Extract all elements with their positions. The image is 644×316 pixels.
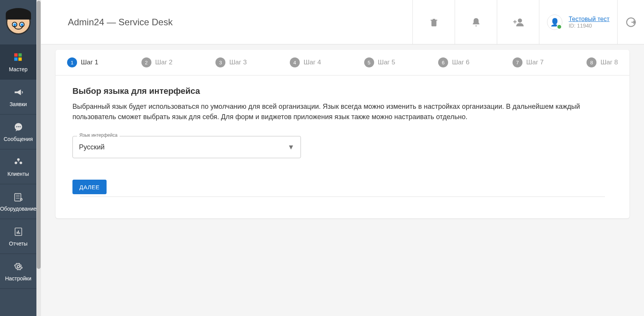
step-number: 2 [141, 57, 151, 67]
step-label: Шаг 4 [304, 59, 321, 66]
reports-icon [13, 226, 24, 237]
sidebar-item-messages[interactable]: Сообщения [0, 115, 36, 149]
chat-icon [13, 121, 24, 133]
svg-rect-1 [18, 53, 22, 57]
step-3[interactable]: 3 Шаг 3 [215, 57, 246, 67]
sidebar-item-label: Настройки [5, 275, 31, 282]
step-label: Шаг 5 [378, 59, 395, 66]
scrollbar[interactable] [36, 0, 41, 316]
select-value: Русский [79, 143, 105, 151]
section-title: Выбор языка для интерфейса [72, 86, 613, 96]
sidebar-avatar[interactable] [0, 0, 36, 45]
step-1[interactable]: 1 Шаг 1 [67, 57, 98, 67]
add-user-button[interactable] [497, 0, 539, 44]
step-label: Шаг 6 [452, 59, 469, 66]
sidebar-item-label: Оборудование [0, 206, 36, 212]
svg-rect-3 [18, 57, 22, 61]
user-name[interactable]: Тестовый тест [568, 16, 610, 23]
add-user-icon [511, 17, 525, 27]
step-label: Шаг 3 [229, 59, 246, 66]
svg-point-5 [16, 126, 17, 128]
scrollbar-thumb[interactable] [37, 1, 41, 269]
sidebar-item-tickets[interactable]: Заявки [0, 80, 36, 115]
sidebar: Мастер Заявки Сообщения Клиенты Оборудов… [0, 0, 36, 316]
sidebar-item-clients[interactable]: Клиенты [0, 149, 36, 184]
sidebar-item-wizard[interactable]: Мастер [0, 45, 36, 80]
user-info: Тестовый тест ID: 11940 [568, 16, 610, 29]
avatar-icon [6, 10, 31, 34]
clients-icon [13, 156, 24, 168]
megaphone-icon [13, 87, 24, 98]
card-body: Выбор языка для интерфейса Выбранный язы… [56, 75, 629, 218]
svg-rect-0 [14, 53, 18, 57]
step-4[interactable]: 4 Шаг 4 [290, 57, 321, 67]
step-number: 5 [364, 57, 374, 67]
step-label: Шаг 8 [600, 59, 618, 66]
step-label: Шаг 2 [155, 59, 172, 66]
main-area: Admin24 — Service Desk 👤 Тестовый тест I… [36, 0, 644, 316]
page-title: Admin24 — Service Desk [68, 17, 412, 28]
section-description: Выбранный язык будет использоваться по у… [72, 102, 613, 122]
svg-point-7 [19, 126, 20, 128]
logout-button[interactable] [617, 0, 644, 44]
step-6[interactable]: 6 Шаг 6 [438, 57, 469, 67]
step-7[interactable]: 7 Шаг 7 [513, 57, 544, 67]
step-label: Шаг 1 [81, 59, 98, 66]
sidebar-item-equipment[interactable]: Оборудование [0, 184, 36, 219]
sidebar-item-label: Сообщения [4, 136, 33, 142]
svg-rect-18 [18, 231, 18, 234]
chevron-down-icon: ▼ [288, 143, 294, 151]
step-2[interactable]: 2 Шаг 2 [141, 57, 172, 67]
header-actions: 👤 Тестовый тест ID: 11940 [412, 0, 644, 44]
trash-icon [429, 17, 439, 27]
trash-button[interactable] [412, 0, 455, 44]
equipment-icon [13, 191, 24, 203]
svg-point-9 [15, 162, 17, 164]
step-number: 1 [67, 57, 77, 67]
header-user[interactable]: 👤 Тестовый тест ID: 11940 [539, 0, 617, 44]
svg-rect-2 [14, 57, 18, 61]
svg-rect-19 [19, 232, 20, 234]
step-label: Шаг 7 [526, 59, 544, 66]
step-8[interactable]: 8 Шаг 8 [586, 57, 618, 67]
step-number: 4 [290, 57, 300, 67]
sidebar-item-settings[interactable]: Настройки [0, 254, 36, 289]
svg-rect-17 [16, 232, 17, 234]
next-button[interactable]: ДАЛЕЕ [72, 180, 107, 194]
sidebar-item-reports[interactable]: Отчеты [0, 219, 36, 254]
card-footer [80, 196, 605, 203]
header: Admin24 — Service Desk 👤 Тестовый тест I… [41, 0, 644, 44]
svg-point-15 [20, 198, 23, 201]
svg-rect-11 [15, 193, 21, 201]
svg-point-8 [17, 158, 20, 161]
user-avatar: 👤 [547, 15, 562, 30]
logout-icon [625, 16, 637, 28]
gear-icon [13, 261, 24, 272]
step-5[interactable]: 5 Шаг 5 [364, 57, 395, 67]
language-select[interactable]: Русский ▼ [72, 136, 301, 158]
step-number: 6 [438, 57, 448, 67]
sidebar-item-label: Отчеты [9, 241, 27, 247]
wizard-icon [13, 52, 24, 63]
step-number: 7 [513, 57, 522, 67]
bell-icon [471, 17, 481, 27]
step-number: 3 [215, 57, 225, 67]
notifications-button[interactable] [455, 0, 497, 44]
sidebar-item-label: Мастер [9, 66, 27, 72]
svg-point-6 [18, 126, 19, 128]
sidebar-item-label: Заявки [10, 101, 27, 107]
content: 1 Шаг 1 2 Шаг 2 3 Шаг 3 4 Шаг 4 5 Шаг [41, 44, 644, 224]
step-number: 8 [586, 57, 596, 67]
user-id: ID: 11940 [568, 23, 610, 29]
svg-point-10 [20, 162, 22, 164]
svg-point-20 [518, 18, 522, 23]
stepper: 1 Шаг 1 2 Шаг 2 3 Шаг 3 4 Шаг 4 5 Шаг [56, 50, 629, 75]
sidebar-item-label: Клиенты [7, 171, 29, 177]
select-label: Язык интерфейса [77, 133, 120, 138]
wizard-card: 1 Шаг 1 2 Шаг 2 3 Шаг 3 4 Шаг 4 5 Шаг [56, 50, 629, 218]
language-select-wrap: Язык интерфейса Русский ▼ [72, 136, 301, 158]
